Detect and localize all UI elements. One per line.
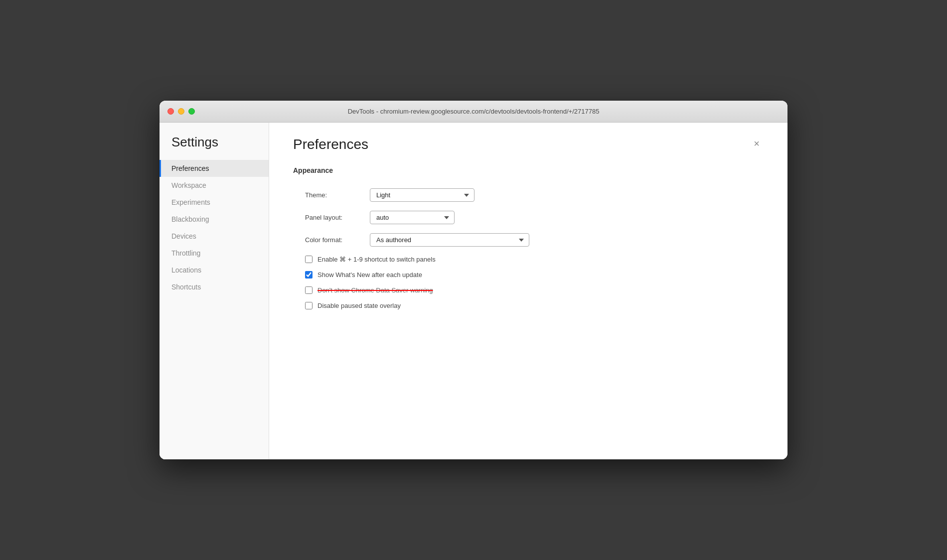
maximize-traffic-light[interactable] <box>188 108 195 115</box>
sidebar-item-shortcuts[interactable]: Shortcuts <box>159 279 269 295</box>
mac-window: DevTools - chromium-review.googlesource.… <box>159 101 788 459</box>
sidebar-item-workspace[interactable]: Workspace <box>159 177 269 194</box>
sidebar-heading: Settings <box>159 135 269 160</box>
color-format-setting-row: Color format: As authored HEX RGB HSL <box>293 233 764 247</box>
sidebar-item-experiments[interactable]: Experiments <box>159 194 269 211</box>
main-header: Preferences × <box>293 137 764 152</box>
traffic-lights <box>167 108 195 115</box>
sidebar-item-locations[interactable]: Locations <box>159 262 269 279</box>
color-format-select[interactable]: As authored HEX RGB HSL <box>370 233 529 247</box>
data-saver-label: Don't show Chrome Data Saver warning <box>317 286 433 294</box>
appearance-section-title: Appearance <box>293 166 764 178</box>
appearance-section: Appearance Theme: System preference Ligh… <box>293 166 764 309</box>
sidebar-item-blackboxing[interactable]: Blackboxing <box>159 211 269 228</box>
sidebar-item-preferences[interactable]: Preferences <box>159 160 269 177</box>
main-content: Preferences × Appearance Theme: System p… <box>269 123 788 459</box>
panel-layout-setting-row: Panel layout: auto horizontal vertical <box>293 211 764 224</box>
panel-layout-label: Panel layout: <box>305 214 370 221</box>
data-saver-strikethrough-wrapper: Don't show Chrome Data Saver warning <box>305 286 433 294</box>
theme-select[interactable]: System preference Light Dark <box>370 188 474 202</box>
sidebar-item-devices[interactable]: Devices <box>159 228 269 245</box>
window-content: Settings Preferences Workspace Experimen… <box>159 123 788 459</box>
close-settings-button[interactable]: × <box>750 137 764 150</box>
whats-new-row: Show What's New after each update <box>293 271 764 279</box>
page-title: Preferences <box>293 137 368 152</box>
theme-label: Theme: <box>305 191 370 199</box>
cmd-shortcut-label: Enable ⌘ + 1-9 shortcut to switch panels <box>317 256 436 263</box>
whats-new-label: Show What's New after each update <box>317 271 422 279</box>
sidebar-item-throttling[interactable]: Throttling <box>159 245 269 262</box>
paused-overlay-label: Disable paused state overlay <box>317 302 401 309</box>
close-traffic-light[interactable] <box>167 108 174 115</box>
window-title: DevTools - chromium-review.googlesource.… <box>348 108 600 115</box>
color-format-label: Color format: <box>305 236 370 244</box>
data-saver-row: Don't show Chrome Data Saver warning <box>293 286 764 294</box>
minimize-traffic-light[interactable] <box>178 108 184 115</box>
paused-overlay-row: Disable paused state overlay <box>293 302 764 309</box>
panel-layout-select[interactable]: auto horizontal vertical <box>370 211 455 224</box>
cmd-shortcut-checkbox[interactable] <box>305 256 313 263</box>
sidebar-nav: Preferences Workspace Experiments Blackb… <box>159 160 269 295</box>
data-saver-checkbox[interactable] <box>305 286 313 294</box>
paused-overlay-checkbox[interactable] <box>305 302 313 309</box>
theme-setting-row: Theme: System preference Light Dark <box>293 188 764 202</box>
cmd-shortcut-row: Enable ⌘ + 1-9 shortcut to switch panels <box>293 256 764 263</box>
title-bar: DevTools - chromium-review.googlesource.… <box>159 101 788 123</box>
sidebar: Settings Preferences Workspace Experimen… <box>159 123 269 459</box>
whats-new-checkbox[interactable] <box>305 271 313 279</box>
